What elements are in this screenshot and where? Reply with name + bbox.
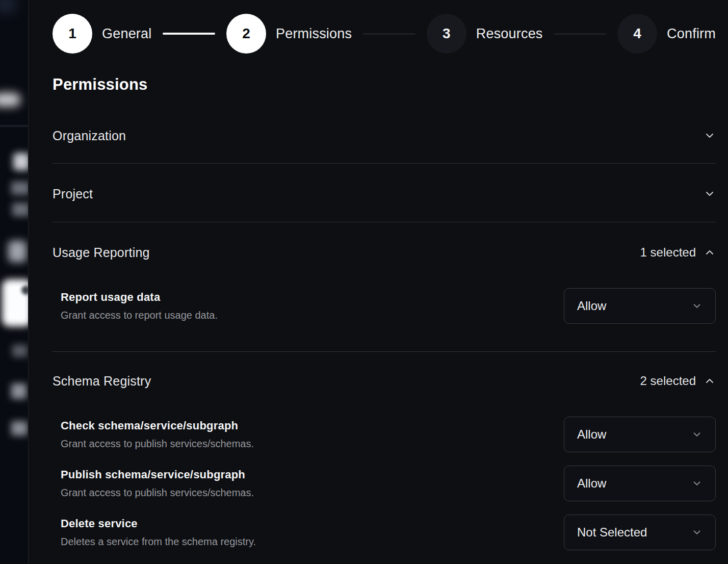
permission-value-dropdown[interactable]: Allow (564, 288, 716, 324)
chevron-down-icon (691, 527, 703, 538)
chevron-up-icon (704, 375, 716, 387)
selected-count-badge: 2 selected (640, 374, 696, 388)
chevron-down-icon (691, 478, 703, 489)
dropdown-selected-value: Allow (577, 476, 606, 491)
permission-row: Check schema/service/subgraph Grant acce… (61, 417, 716, 452)
blurred-divider (0, 125, 29, 126)
chevron-down-icon (691, 300, 703, 312)
blurred-sidebar-icon (8, 241, 27, 262)
stepper-connector-todo (554, 33, 607, 35)
permission-description: Grant access to publish services/schemas… (61, 438, 254, 450)
permission-row: Publish schema/service/subgraph Grant ac… (61, 466, 716, 501)
section-divider (53, 351, 716, 352)
section-title: Usage Reporting (53, 245, 150, 260)
wizard-panel: 1 General 2 Permissions 3 Resources 4 Co… (29, 0, 728, 564)
backdrop-blurred-sidebar (0, 0, 29, 564)
wizard-stepper: 1 General 2 Permissions 3 Resources 4 Co… (53, 14, 716, 54)
blurred-sidebar-item (11, 182, 29, 195)
chevron-down-icon (704, 130, 716, 142)
permission-description: Grant access to publish services/schemas… (61, 486, 254, 499)
blurred-sidebar-item (13, 153, 29, 170)
blurred-sidebar-item (12, 203, 29, 216)
stepper-step-general[interactable]: 1 General (53, 14, 151, 54)
section-header-usage-reporting[interactable]: Usage Reporting 1 selected (53, 245, 716, 260)
permission-title: Publish schema/service/subgraph (61, 468, 254, 481)
step-number-badge: 1 (53, 14, 92, 54)
page-title: Permissions (53, 75, 716, 94)
permission-description: Deletes a service from the schema regist… (61, 535, 256, 548)
dropdown-selected-value: Not Selected (577, 525, 647, 540)
permission-value-dropdown[interactable]: Allow (564, 417, 716, 452)
permission-title: Check schema/service/subgraph (61, 419, 254, 432)
blurred-glow (0, 0, 16, 13)
section-header-organization[interactable]: Organization (53, 128, 716, 143)
step-label: Resources (476, 26, 543, 42)
section-title: Organization (53, 128, 126, 143)
permission-title: Report usage data (61, 291, 218, 304)
blurred-avatar (21, 286, 29, 295)
chevron-up-icon (704, 246, 716, 259)
blurred-sidebar-item (0, 93, 20, 107)
step-label: Confirm (667, 26, 716, 42)
blurred-sidebar-item (11, 421, 28, 435)
permission-description: Grant access to report usage data. (61, 309, 218, 321)
step-number-badge: 2 (226, 14, 266, 54)
stepper-connector-todo (363, 33, 415, 35)
blurred-sidebar-item (11, 383, 27, 399)
stepper-step-confirm[interactable]: 4 Confirm (617, 14, 716, 54)
step-label: General (102, 26, 151, 42)
chevron-down-icon (704, 188, 716, 200)
section-divider (53, 163, 716, 164)
section-header-schema-registry[interactable]: Schema Registry 2 selected (53, 373, 716, 389)
permission-title: Delete service (61, 517, 256, 530)
stepper-connector-done (163, 33, 215, 35)
section-header-project[interactable]: Project (53, 186, 716, 201)
blurred-sidebar-item (12, 345, 28, 357)
step-number-badge: 3 (427, 14, 466, 54)
permission-row: Report usage data Grant access to report… (61, 288, 716, 324)
step-label: Permissions (276, 26, 352, 42)
step-number-badge: 4 (617, 14, 657, 54)
chevron-down-icon (691, 429, 703, 440)
permission-value-dropdown[interactable]: Allow (564, 466, 716, 501)
section-divider (53, 222, 716, 222)
stepper-step-resources[interactable]: 3 Resources (427, 14, 543, 54)
selected-count-badge: 1 selected (640, 245, 696, 260)
permission-row: Delete service Deletes a service from th… (61, 515, 716, 550)
dropdown-selected-value: Allow (577, 299, 606, 313)
dropdown-selected-value: Allow (577, 427, 606, 442)
section-title: Project (53, 186, 93, 201)
section-title: Schema Registry (53, 373, 151, 389)
permission-value-dropdown[interactable]: Not Selected (564, 515, 716, 550)
stepper-step-permissions[interactable]: 2 Permissions (226, 14, 352, 54)
